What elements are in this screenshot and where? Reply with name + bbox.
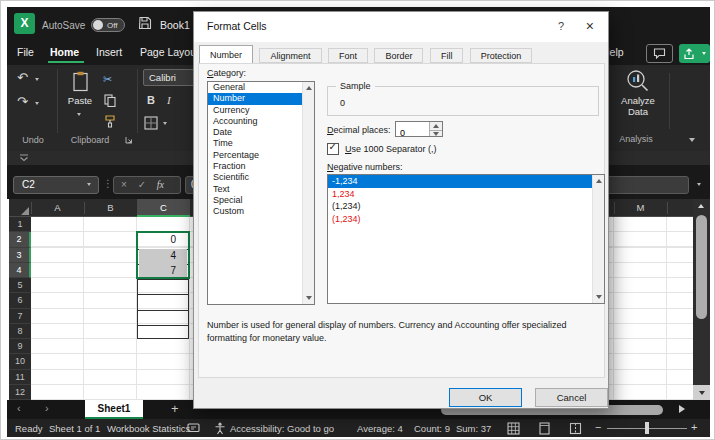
negative-option[interactable]: (1,234) (328, 200, 604, 213)
name-box-chevron-icon[interactable] (87, 183, 91, 186)
row-header[interactable]: 11 (9, 370, 31, 385)
display-settings-button[interactable] (187, 423, 200, 434)
analyze-data-button[interactable]: AnalyzeData (613, 67, 663, 129)
column-header-b[interactable]: B (84, 199, 137, 217)
page-layout-view-button[interactable] (538, 422, 551, 435)
dialog-tab-number[interactable]: Number (199, 45, 253, 63)
borders-chevron-icon[interactable] (163, 122, 167, 125)
decimal-spinner[interactable] (429, 122, 442, 136)
accessibility-checker-button[interactable] (214, 422, 226, 435)
ok-button[interactable]: OK (449, 388, 522, 407)
category-scrollbar[interactable] (302, 82, 314, 304)
row-header[interactable]: 2 (9, 232, 31, 247)
column-header-c[interactable]: C (137, 199, 190, 217)
row-header[interactable]: 7 (9, 309, 31, 324)
thousand-separator-checkbox[interactable]: ✓ (327, 143, 339, 155)
clipboard-dialog-launcher[interactable] (125, 136, 133, 144)
zoom-in-button[interactable]: + (691, 421, 697, 433)
cut-button[interactable]: ✂ (103, 73, 112, 86)
italic-button[interactable]: I (167, 94, 171, 106)
category-option[interactable]: Time (208, 138, 314, 149)
row-header[interactable]: 9 (9, 339, 31, 354)
add-sheet-button[interactable]: + (171, 401, 179, 416)
dialog-tab-protection[interactable]: Protection (470, 48, 533, 63)
enter-entry-icon[interactable]: ✓ (130, 179, 146, 190)
tab-home[interactable]: Home (50, 46, 79, 58)
column-header-m[interactable]: M (614, 199, 667, 217)
collapse-ribbon-chevron-icon[interactable] (689, 138, 695, 142)
formula-bar-expand-chevron-icon[interactable] (697, 183, 701, 186)
row-header[interactable]: 4 (9, 263, 31, 278)
negative-numbers-listbox[interactable]: -1,234 1,234 (1,234) (1,234) (327, 174, 605, 304)
negative-option[interactable]: 1,234 (328, 188, 604, 201)
tab-file[interactable]: File (17, 46, 34, 58)
negative-option-selected[interactable]: -1,234 (328, 175, 604, 188)
row-header[interactable]: 12 (9, 385, 31, 400)
negative-option[interactable]: (1,234) (328, 213, 604, 226)
category-option[interactable]: Fraction (208, 161, 314, 172)
autosave-toggle[interactable]: Off (91, 18, 125, 32)
category-option[interactable]: Date (208, 127, 314, 138)
row-header[interactable]: 3 (9, 248, 31, 263)
zoom-slider-knob[interactable] (645, 422, 649, 434)
row-header[interactable]: 5 (9, 278, 31, 293)
zoom-out-button[interactable]: − (595, 421, 601, 433)
cancel-entry-icon[interactable]: × (114, 179, 127, 190)
category-listbox[interactable]: General Number Currency Accounting Date … (207, 81, 315, 305)
dialog-tab-font[interactable]: Font (328, 48, 368, 63)
category-option[interactable]: Percentage (208, 150, 314, 161)
select-all-corner[interactable] (21, 207, 29, 215)
decimal-places-input[interactable]: 0 (395, 121, 443, 137)
bold-button[interactable]: B (147, 94, 155, 106)
tab-page-layout[interactable]: Page Layout (140, 46, 199, 58)
row-header[interactable]: 1 (9, 217, 31, 232)
copy-button[interactable] (104, 94, 116, 107)
scroll-down-button[interactable] (693, 385, 710, 400)
category-option[interactable]: Scientific (208, 172, 314, 183)
vertical-scrollbar[interactable] (693, 199, 710, 400)
formula-bar-menu[interactable]: ⋮ (103, 178, 113, 189)
insert-function-icon[interactable]: fx (149, 179, 164, 190)
save-button[interactable] (138, 16, 152, 30)
ribbon-strip-chevron[interactable] (19, 154, 29, 162)
page-break-view-button[interactable] (569, 422, 582, 435)
dialog-tab-fill[interactable]: Fill (430, 48, 464, 63)
prev-sheet-button[interactable]: ‹ (17, 402, 21, 414)
column-header-a[interactable]: A (31, 199, 84, 217)
category-option-selected[interactable]: Number (208, 93, 314, 104)
row-header[interactable]: 6 (9, 293, 31, 308)
share-button[interactable] (679, 44, 710, 63)
category-option[interactable]: General (208, 82, 314, 93)
tab-insert[interactable]: Insert (96, 46, 122, 58)
borders-button[interactable] (144, 116, 158, 130)
format-painter-button[interactable] (104, 115, 116, 128)
status-accessibility[interactable]: Accessibility: Good to go (230, 423, 334, 434)
dialog-help-button[interactable]: ? (558, 20, 564, 32)
paste-button[interactable]: Paste (61, 69, 99, 125)
dialog-close-button[interactable]: × (586, 18, 594, 34)
redo-chevron-icon[interactable] (35, 102, 39, 105)
category-option[interactable]: Text (208, 184, 314, 195)
paste-chevron-icon[interactable] (77, 113, 81, 116)
redo-button[interactable]: ↷ (17, 94, 28, 109)
row-header[interactable]: 8 (9, 324, 31, 339)
scroll-up-icon[interactable] (698, 204, 704, 208)
category-option[interactable]: Currency (208, 105, 314, 116)
row-header[interactable]: 10 (9, 354, 31, 369)
workbook-statistics-button[interactable]: Workbook Statistics (107, 423, 190, 434)
font-name-combobox[interactable]: Calibri (143, 69, 199, 86)
category-option[interactable]: Special (208, 195, 314, 206)
category-option[interactable]: Accounting (208, 116, 314, 127)
sheet-tab-sheet1[interactable]: Sheet1 (85, 400, 143, 419)
dialog-tab-border[interactable]: Border (374, 48, 423, 63)
status-sheet-count[interactable]: Sheet 1 of 1 (49, 423, 100, 434)
scroll-right-icon[interactable] (679, 405, 685, 413)
undo-chevron-icon[interactable] (35, 78, 39, 81)
next-sheet-button[interactable]: › (45, 402, 49, 414)
comments-button[interactable] (646, 44, 673, 63)
normal-view-button[interactable] (507, 422, 520, 435)
dialog-tab-alignment[interactable]: Alignment (259, 48, 321, 63)
vertical-scrollbar-thumb[interactable] (696, 215, 707, 319)
undo-button[interactable]: ↶ (17, 70, 28, 85)
cancel-button[interactable]: Cancel (535, 388, 608, 407)
